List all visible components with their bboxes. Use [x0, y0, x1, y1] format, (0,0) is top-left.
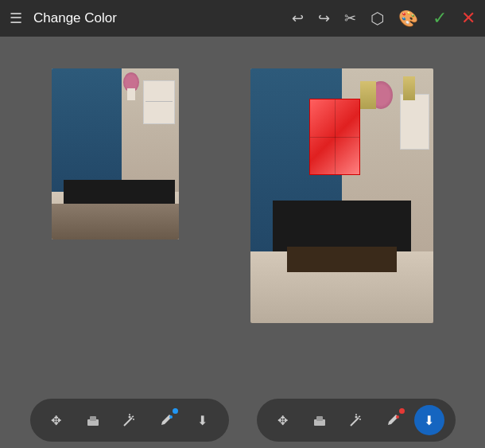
- svg-point-15: [396, 415, 399, 419]
- move-tool-left[interactable]: ✥: [41, 405, 72, 435]
- eraser-tool-right-wrap: [305, 405, 335, 435]
- move-tool-right-wrap: ✥: [268, 405, 298, 435]
- move-tool-left-wrap: ✥: [41, 405, 72, 435]
- brush-tool-left[interactable]: [151, 405, 181, 435]
- fill-icon[interactable]: ⬡: [371, 9, 384, 28]
- download-tool-right-wrap: ⬇: [414, 405, 444, 435]
- svg-line-4: [132, 416, 134, 417]
- tv-right: [273, 201, 412, 251]
- eraser-tool-right[interactable]: [305, 405, 335, 435]
- shelf-original: [143, 80, 175, 124]
- tv-left: [64, 180, 175, 204]
- magic-wand-tool-right[interactable]: [341, 405, 371, 435]
- brush-tool-right[interactable]: [378, 405, 408, 435]
- right-toolbar-group: ✥: [257, 399, 456, 442]
- original-image: [52, 68, 179, 240]
- page-title: Change Color: [33, 10, 292, 26]
- vase-left: [127, 88, 135, 100]
- header-actions: ↩ ↪ ✂ ⬡ 🎨 ✓ ✕: [292, 8, 475, 29]
- edited-image: [250, 68, 433, 323]
- vase-right: [403, 76, 415, 100]
- floor-left: [52, 204, 179, 240]
- confirm-icon[interactable]: ✓: [433, 8, 447, 29]
- shelf-changed-color: [309, 99, 360, 175]
- eraser-tool-left[interactable]: [78, 405, 108, 435]
- brush-tool-right-wrap: [378, 405, 408, 435]
- left-toolbar-group: ✥: [30, 399, 229, 442]
- undo-icon[interactable]: ↩: [292, 10, 304, 27]
- svg-rect-9: [316, 416, 323, 421]
- move-tool-right[interactable]: ✥: [268, 405, 298, 435]
- svg-line-12: [359, 416, 360, 417]
- main-content: [0, 37, 485, 392]
- brush-tool-left-wrap: [151, 405, 181, 435]
- left-image-panel: [52, 68, 179, 240]
- svg-point-6: [128, 416, 130, 419]
- right-image-panel: [250, 68, 433, 323]
- close-icon[interactable]: ✕: [461, 8, 475, 29]
- svg-line-2: [124, 418, 132, 426]
- magic-wand-tool-left[interactable]: [114, 405, 145, 435]
- magic-wand-tool-left-wrap: [114, 405, 145, 435]
- header: ☰ Change Color ↩ ↪ ✂ ⬡ 🎨 ✓ ✕: [0, 0, 485, 37]
- redo-icon[interactable]: ↪: [318, 10, 330, 27]
- palette-icon[interactable]: 🎨: [398, 9, 418, 28]
- menu-icon[interactable]: ☰: [10, 10, 22, 27]
- plant-right: [360, 81, 376, 109]
- magic-wand-tool-right-wrap: [341, 405, 371, 435]
- svg-line-10: [351, 418, 359, 426]
- svg-rect-1: [90, 416, 96, 421]
- svg-point-14: [355, 416, 357, 419]
- download-tool-right[interactable]: ⬇: [414, 405, 444, 435]
- svg-point-7: [169, 415, 173, 419]
- download-tool-left-wrap: ⬇: [188, 405, 218, 435]
- bottom-toolbar: ✥: [0, 392, 485, 448]
- eraser-tool-left-wrap: [78, 405, 108, 435]
- table-right: [287, 247, 397, 272]
- scissors-icon[interactable]: ✂: [344, 10, 356, 27]
- download-tool-left[interactable]: ⬇: [188, 405, 218, 435]
- shelf-right: [400, 94, 429, 150]
